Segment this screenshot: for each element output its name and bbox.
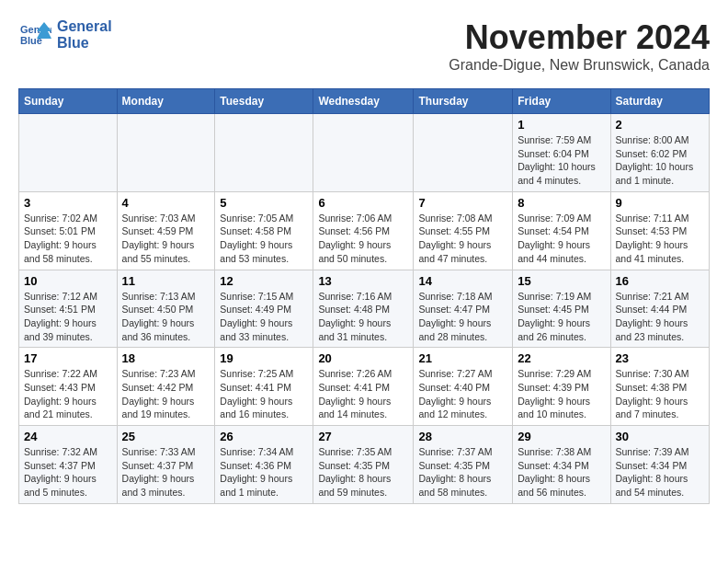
weekday-header: Thursday	[414, 89, 513, 114]
day-info: Sunrise: 7:19 AM Sunset: 4:45 PM Dayligh…	[518, 290, 605, 344]
weekday-header: Saturday	[610, 89, 710, 114]
calendar-table: SundayMondayTuesdayWednesdayThursdayFrid…	[18, 88, 710, 504]
day-info: Sunrise: 7:37 AM Sunset: 4:35 PM Dayligh…	[418, 445, 507, 500]
calendar-cell: 8Sunrise: 7:09 AM Sunset: 4:54 PM Daylig…	[513, 191, 610, 270]
calendar-cell: 23Sunrise: 7:30 AM Sunset: 4:38 PM Dayli…	[610, 348, 710, 426]
day-number: 11	[122, 274, 210, 288]
day-info: Sunrise: 7:22 AM Sunset: 4:43 PM Dayligh…	[24, 367, 112, 421]
weekday-header: Tuesday	[215, 89, 313, 114]
calendar-week-row: 3Sunrise: 7:02 AM Sunset: 5:01 PM Daylig…	[19, 191, 710, 270]
day-number: 2	[616, 118, 705, 132]
calendar-cell: 21Sunrise: 7:27 AM Sunset: 4:40 PM Dayli…	[414, 348, 513, 426]
day-info: Sunrise: 7:16 AM Sunset: 4:48 PM Dayligh…	[318, 290, 408, 344]
title-section: November 2024 Grande-Digue, New Brunswic…	[449, 18, 710, 74]
day-number: 8	[518, 196, 605, 210]
weekday-header: Wednesday	[313, 89, 414, 114]
day-number: 17	[24, 351, 112, 365]
calendar-cell: 10Sunrise: 7:12 AM Sunset: 4:51 PM Dayli…	[19, 270, 118, 348]
day-number: 28	[418, 430, 507, 443]
day-info: Sunrise: 7:29 AM Sunset: 4:39 PM Dayligh…	[518, 367, 605, 421]
weekday-header: Sunday	[19, 89, 118, 114]
calendar-cell: 14Sunrise: 7:18 AM Sunset: 4:47 PM Dayli…	[414, 270, 513, 348]
day-number: 16	[616, 274, 705, 288]
day-number: 20	[318, 351, 408, 365]
calendar-week-row: 1Sunrise: 7:59 AM Sunset: 6:04 PM Daylig…	[19, 114, 710, 192]
day-number: 22	[518, 351, 605, 365]
calendar-cell: 19Sunrise: 7:25 AM Sunset: 4:41 PM Dayli…	[215, 348, 313, 426]
day-number: 6	[318, 196, 408, 210]
calendar-cell: 20Sunrise: 7:26 AM Sunset: 4:41 PM Dayli…	[313, 348, 414, 426]
logo: General Blue General Blue	[18, 18, 112, 52]
day-number: 30	[616, 430, 705, 443]
calendar-cell: 2Sunrise: 8:00 AM Sunset: 6:02 PM Daylig…	[610, 114, 710, 192]
day-number: 18	[122, 351, 210, 365]
calendar-cell: 26Sunrise: 7:34 AM Sunset: 4:36 PM Dayli…	[215, 426, 313, 504]
day-number: 15	[518, 274, 605, 288]
day-info: Sunrise: 7:23 AM Sunset: 4:42 PM Dayligh…	[122, 367, 210, 421]
calendar-cell: 3Sunrise: 7:02 AM Sunset: 5:01 PM Daylig…	[19, 191, 118, 270]
day-info: Sunrise: 8:00 AM Sunset: 6:02 PM Dayligh…	[616, 133, 705, 188]
day-info: Sunrise: 7:21 AM Sunset: 4:44 PM Dayligh…	[616, 290, 705, 344]
day-number: 21	[418, 351, 507, 365]
day-number: 5	[220, 196, 308, 210]
day-info: Sunrise: 7:33 AM Sunset: 4:37 PM Dayligh…	[122, 445, 210, 500]
calendar-week-row: 17Sunrise: 7:22 AM Sunset: 4:43 PM Dayli…	[19, 348, 710, 426]
calendar-cell: 13Sunrise: 7:16 AM Sunset: 4:48 PM Dayli…	[313, 270, 414, 348]
calendar-cell	[19, 114, 118, 192]
logo-line2: Blue	[57, 35, 112, 52]
calendar-week-row: 10Sunrise: 7:12 AM Sunset: 4:51 PM Dayli…	[19, 270, 710, 348]
calendar-cell	[414, 114, 513, 192]
calendar-cell: 11Sunrise: 7:13 AM Sunset: 4:50 PM Dayli…	[117, 270, 215, 348]
day-info: Sunrise: 7:59 AM Sunset: 6:04 PM Dayligh…	[518, 133, 605, 188]
calendar-cell: 22Sunrise: 7:29 AM Sunset: 4:39 PM Dayli…	[513, 348, 610, 426]
calendar-cell: 25Sunrise: 7:33 AM Sunset: 4:37 PM Dayli…	[117, 426, 215, 504]
day-info: Sunrise: 7:38 AM Sunset: 4:34 PM Dayligh…	[518, 445, 605, 500]
day-number: 27	[318, 430, 408, 443]
day-number: 12	[220, 274, 308, 288]
main-title: November 2024	[449, 18, 710, 57]
day-number: 10	[24, 274, 112, 288]
day-number: 26	[220, 430, 308, 443]
weekday-header: Friday	[513, 89, 610, 114]
calendar-cell: 28Sunrise: 7:37 AM Sunset: 4:35 PM Dayli…	[414, 426, 513, 504]
calendar-cell: 5Sunrise: 7:05 AM Sunset: 4:58 PM Daylig…	[215, 191, 313, 270]
day-info: Sunrise: 7:39 AM Sunset: 4:34 PM Dayligh…	[616, 445, 705, 500]
day-info: Sunrise: 7:18 AM Sunset: 4:47 PM Dayligh…	[418, 290, 507, 344]
calendar-cell	[117, 114, 215, 192]
day-number: 29	[518, 430, 605, 443]
calendar-cell: 17Sunrise: 7:22 AM Sunset: 4:43 PM Dayli…	[19, 348, 118, 426]
day-info: Sunrise: 7:12 AM Sunset: 4:51 PM Dayligh…	[24, 290, 112, 344]
day-number: 24	[24, 430, 112, 443]
calendar-cell	[313, 114, 414, 192]
day-number: 13	[318, 274, 408, 288]
logo-line1: General	[57, 18, 112, 35]
day-number: 1	[518, 118, 605, 132]
subtitle: Grande-Digue, New Brunswick, Canada	[449, 57, 710, 74]
day-info: Sunrise: 7:30 AM Sunset: 4:38 PM Dayligh…	[616, 367, 705, 421]
day-info: Sunrise: 7:06 AM Sunset: 4:56 PM Dayligh…	[318, 212, 408, 266]
day-number: 23	[616, 351, 705, 365]
calendar-cell: 16Sunrise: 7:21 AM Sunset: 4:44 PM Dayli…	[610, 270, 710, 348]
day-info: Sunrise: 7:09 AM Sunset: 4:54 PM Dayligh…	[518, 212, 605, 266]
day-number: 19	[220, 351, 308, 365]
calendar-cell: 18Sunrise: 7:23 AM Sunset: 4:42 PM Dayli…	[117, 348, 215, 426]
day-number: 25	[122, 430, 210, 443]
day-info: Sunrise: 7:15 AM Sunset: 4:49 PM Dayligh…	[220, 290, 308, 344]
day-number: 9	[616, 196, 705, 210]
calendar-cell: 24Sunrise: 7:32 AM Sunset: 4:37 PM Dayli…	[19, 426, 118, 504]
calendar-cell: 15Sunrise: 7:19 AM Sunset: 4:45 PM Dayli…	[513, 270, 610, 348]
day-info: Sunrise: 7:13 AM Sunset: 4:50 PM Dayligh…	[122, 290, 210, 344]
calendar-cell: 9Sunrise: 7:11 AM Sunset: 4:53 PM Daylig…	[610, 191, 710, 270]
calendar-week-row: 24Sunrise: 7:32 AM Sunset: 4:37 PM Dayli…	[19, 426, 710, 504]
day-number: 4	[122, 196, 210, 210]
calendar-cell	[215, 114, 313, 192]
day-info: Sunrise: 7:02 AM Sunset: 5:01 PM Dayligh…	[24, 212, 112, 266]
day-info: Sunrise: 7:08 AM Sunset: 4:55 PM Dayligh…	[418, 212, 507, 266]
day-info: Sunrise: 7:26 AM Sunset: 4:41 PM Dayligh…	[318, 367, 408, 421]
calendar-cell: 29Sunrise: 7:38 AM Sunset: 4:34 PM Dayli…	[513, 426, 610, 504]
weekday-header: Monday	[117, 89, 215, 114]
calendar-cell: 12Sunrise: 7:15 AM Sunset: 4:49 PM Dayli…	[215, 270, 313, 348]
calendar-cell: 7Sunrise: 7:08 AM Sunset: 4:55 PM Daylig…	[414, 191, 513, 270]
calendar-cell: 27Sunrise: 7:35 AM Sunset: 4:35 PM Dayli…	[313, 426, 414, 504]
day-number: 7	[418, 196, 507, 210]
